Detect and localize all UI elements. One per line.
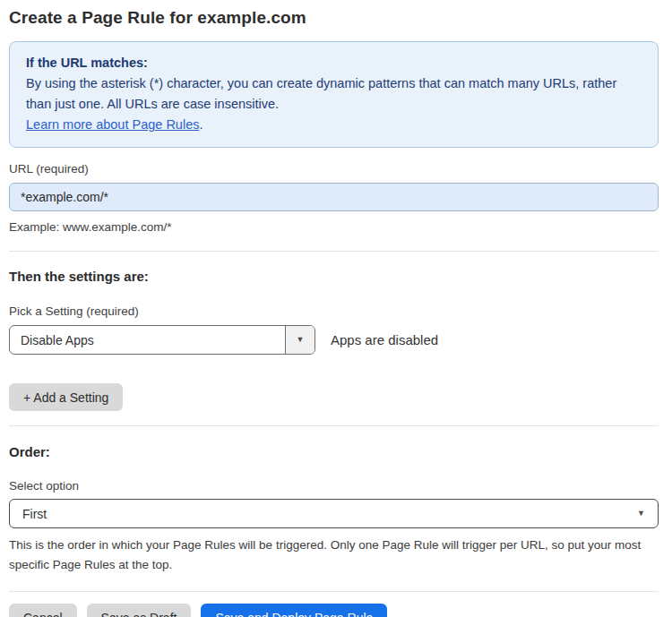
- setting-row: Disable Apps ▼ Apps are disabled: [9, 325, 659, 355]
- cancel-button[interactable]: Cancel: [9, 604, 77, 617]
- page-rule-form: Create a Page Rule for example.com If th…: [0, 0, 672, 617]
- setting-dropdown-arrow-button[interactable]: ▼: [285, 326, 314, 354]
- save-and-deploy-button[interactable]: Save and Deploy Page Rule: [201, 604, 387, 617]
- order-select[interactable]: First ▼: [9, 499, 659, 528]
- info-box-link-line: Learn more about Page Rules.: [26, 115, 642, 135]
- info-box-body: By using the asterisk (*) character, you…: [26, 73, 642, 115]
- order-select-value: First: [22, 507, 637, 521]
- learn-more-link[interactable]: Learn more about Page Rules: [26, 117, 199, 132]
- divider: [9, 591, 659, 592]
- chevron-down-icon: ▼: [637, 510, 645, 518]
- page-title: Create a Page Rule for example.com: [9, 7, 659, 29]
- pick-setting-label: Pick a Setting (required): [9, 304, 659, 318]
- divider: [9, 425, 659, 426]
- divider: [9, 251, 659, 252]
- url-input[interactable]: [9, 183, 659, 211]
- order-section-heading: Order:: [9, 444, 659, 459]
- add-setting-button[interactable]: + Add a Setting: [9, 383, 123, 411]
- order-helper-text: This is the order in which your Page Rul…: [9, 536, 654, 575]
- footer-actions: Cancel Save as Draft Save and Deploy Pag…: [9, 604, 659, 617]
- setting-dropdown[interactable]: Disable Apps ▼: [9, 325, 315, 355]
- url-example-text: Example: www.example.com/*: [9, 218, 659, 236]
- info-box-heading: If the URL matches:: [26, 53, 642, 73]
- settings-section-heading: Then the settings are:: [9, 269, 659, 284]
- setting-dropdown-value: Disable Apps: [10, 326, 285, 354]
- link-suffix: .: [199, 117, 202, 132]
- url-field-label: URL (required): [9, 162, 659, 176]
- setting-status-text: Apps are disabled: [331, 332, 438, 347]
- order-select-label: Select option: [9, 479, 659, 493]
- save-as-draft-button[interactable]: Save as Draft: [87, 604, 192, 617]
- url-match-info-box: If the URL matches: By using the asteris…: [9, 41, 659, 148]
- chevron-down-icon: ▼: [297, 336, 305, 344]
